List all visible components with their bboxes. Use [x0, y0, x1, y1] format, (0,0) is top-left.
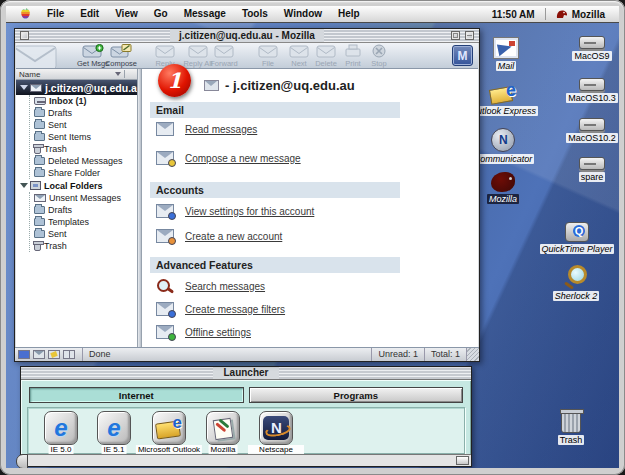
link-row-message-filters: Create message filters	[156, 302, 285, 316]
desktop-icon-sherlock-2[interactable]: Sherlock 2	[544, 265, 608, 301]
navigator-component-icon[interactable]	[18, 350, 30, 359]
folder-row-sent[interactable]: Sent	[30, 119, 137, 131]
compose-icon	[110, 44, 132, 59]
launcher-drag-tab[interactable]	[16, 454, 28, 468]
desktop-icon-quicktime-player[interactable]: QuickTime Player	[545, 222, 609, 254]
apple-menu[interactable]	[12, 8, 39, 20]
link-row-read-messages: Read messages	[156, 122, 257, 136]
folder-row-inbox[interactable]: Inbox (1)	[30, 95, 137, 107]
desktop-icon-label: MacOS10.3	[566, 93, 618, 103]
apple-icon	[20, 8, 31, 20]
address-book-component-icon[interactable]	[63, 350, 75, 359]
menu-file[interactable]: File	[39, 6, 72, 22]
desktop-icon-macos9[interactable]: MacOS9	[560, 36, 619, 61]
application-menu[interactable]: Mozilla	[548, 9, 613, 20]
section-header-accounts: Accounts	[150, 182, 400, 198]
mozilla-throbber-icon[interactable]: M	[452, 45, 473, 66]
desktop-icon-label: MacOS9	[572, 51, 611, 61]
folder-label: Drafts	[48, 205, 72, 215]
app-menu-label: Mozilla	[572, 9, 605, 20]
section-title: Email	[156, 104, 184, 116]
desktop: MacOS9 MacOS10.3 MacOS10.2 spare Mail Ou…	[6, 23, 619, 468]
menu-message[interactable]: Message	[176, 6, 234, 22]
resize-grip[interactable]	[466, 348, 479, 361]
folder-row-unsent-messages[interactable]: Unsent Messages	[30, 192, 137, 204]
folder-label: Drafts	[48, 108, 72, 118]
folder-label: Templates	[48, 217, 89, 227]
launcher-button-netscape[interactable]	[259, 411, 293, 445]
toolbar-button-label: Compose	[105, 59, 137, 68]
desktop-icon-trash[interactable]: Trash	[539, 411, 603, 445]
disk-icon	[579, 36, 605, 49]
create-account-link[interactable]: Create a new account	[185, 231, 282, 242]
launcher-item-label: IE 5.1	[102, 445, 127, 454]
menu-clock[interactable]: 11:50 AM	[484, 9, 543, 20]
screen: File Edit View Go Message Tools Window H…	[0, 0, 625, 475]
zoom-box-icon[interactable]	[451, 31, 460, 40]
stop-button[interactable]: Stop	[357, 44, 401, 68]
close-box-icon[interactable]	[20, 31, 29, 40]
folder-row-account[interactable]: j.citizen@uq.edu.au	[16, 80, 137, 95]
menu-edit[interactable]: Edit	[72, 6, 107, 22]
launcher-button-ie50[interactable]: e	[44, 411, 78, 445]
folder-row-local-folders[interactable]: Local Folders	[16, 179, 137, 192]
folder-row-local-trash[interactable]: Trash	[30, 240, 137, 252]
account-central-pane: - j.citizen@uq.edu.au Email Read message…	[142, 69, 478, 347]
window-title-bar[interactable]: j.citizen@uq.edu.au - Mozilla	[15, 29, 479, 43]
folder-row-templates[interactable]: Templates	[30, 216, 137, 228]
desktop-icon-mail[interactable]: Mail	[474, 37, 538, 71]
launcher-title-bar[interactable]: Launcher	[21, 367, 471, 380]
launcher-item-label: IE 5.0	[49, 445, 74, 454]
mail-window: j.citizen@uq.edu.au - Mozilla Get	[14, 28, 480, 362]
twisty-icon[interactable]	[20, 183, 28, 188]
desktop-icon-outlook-express[interactable]: Outlook Express	[471, 82, 535, 116]
composer-component-icon[interactable]	[48, 350, 60, 359]
menu-window[interactable]: Window	[276, 6, 330, 22]
desktop-icon-label: Mozilla	[487, 194, 519, 204]
scrollbar-thumb[interactable]	[456, 456, 469, 465]
offline-settings-link[interactable]: Offline settings	[185, 327, 251, 338]
menu-view[interactable]: View	[107, 6, 146, 22]
folder-row-drafts[interactable]: Drafts	[30, 107, 137, 119]
read-messages-link[interactable]: Read messages	[185, 124, 257, 135]
message-filters-link[interactable]: Create message filters	[185, 304, 285, 315]
read-messages-icon	[156, 122, 174, 136]
launcher-button-mozilla[interactable]	[206, 411, 240, 445]
search-messages-link[interactable]: Search messages	[185, 281, 265, 292]
folder-row-sent-items[interactable]: Sent Items	[30, 131, 137, 143]
desktop-icon-macos10-3[interactable]: MacOS10.3	[560, 78, 619, 103]
menu-tools[interactable]: Tools	[234, 6, 276, 22]
desktop-icon-communicator[interactable]: Communicator	[471, 128, 535, 164]
mail-component-icon[interactable]	[33, 350, 45, 359]
forward-button[interactable]: Forward	[202, 44, 246, 68]
desktop-icon-spare[interactable]: spare	[560, 157, 619, 182]
folder-label: Sent	[48, 120, 67, 130]
folder-row-trash[interactable]: Trash	[30, 143, 137, 155]
folder-icon	[34, 169, 45, 177]
compose-button[interactable]: Compose	[99, 44, 143, 68]
search-messages-icon	[156, 279, 174, 293]
folder-row-local-sent[interactable]: Sent	[30, 228, 137, 240]
account-heading-text: - j.citizen@uq.edu.au	[225, 78, 355, 93]
desktop-icon-macos10-2[interactable]: MacOS10.2	[560, 118, 619, 143]
folder-column-header[interactable]: Name	[16, 69, 137, 80]
launcher-button-outlook-express[interactable]	[152, 411, 186, 445]
menu-help[interactable]: Help	[330, 6, 368, 22]
twisty-icon[interactable]	[20, 85, 28, 90]
folder-row-deleted-messages[interactable]: Deleted Messages	[30, 155, 137, 167]
view-settings-link[interactable]: View settings for this account	[185, 206, 314, 217]
folder-row-share-folder[interactable]: Share Folder	[30, 167, 137, 179]
collapse-box-icon[interactable]	[465, 31, 474, 40]
mozilla-dino-icon	[556, 9, 568, 20]
launcher-button-ie51[interactable]: e	[97, 411, 131, 445]
folder-row-local-drafts[interactable]: Drafts	[30, 204, 137, 216]
tab-internet[interactable]: Internet	[29, 387, 244, 403]
folder-label: Deleted Messages	[48, 156, 123, 166]
compose-message-link[interactable]: Compose a new message	[185, 153, 301, 164]
launcher-scrollbar[interactable]	[21, 454, 471, 466]
tab-programs[interactable]: Programs	[249, 387, 464, 403]
menu-go[interactable]: Go	[146, 6, 176, 22]
desktop-icon-mozilla[interactable]: Mozilla	[471, 172, 535, 204]
local-folders-icon	[30, 181, 41, 190]
toolbar-button-label: Stop	[371, 59, 386, 68]
